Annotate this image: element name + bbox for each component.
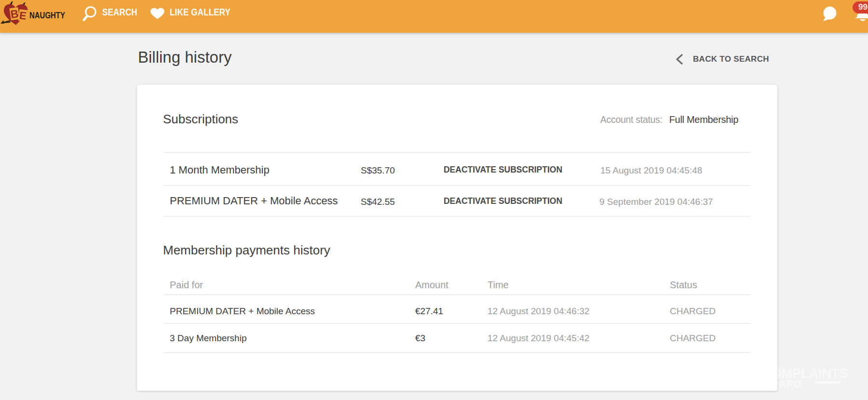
svg-text:E: E bbox=[19, 9, 27, 22]
svg-text:NAUGHTY: NAUGHTY bbox=[29, 10, 65, 20]
